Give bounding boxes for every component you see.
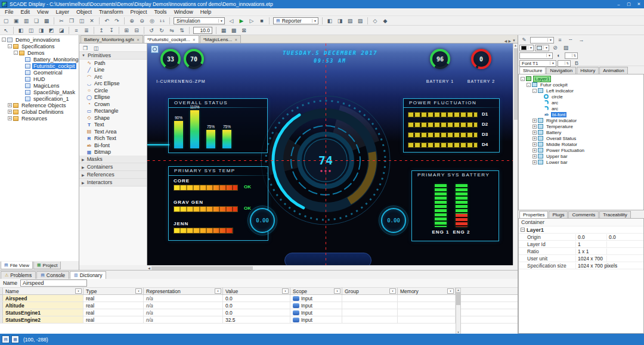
grid-icon[interactable]: ◧	[325, 17, 335, 25]
file-tree-item[interactable]: + Reference Objects	[0, 102, 79, 108]
expand-toggle-icon[interactable]: +	[8, 110, 12, 114]
flip-horizontal-icon[interactable]: ⇋	[167, 26, 177, 35]
expand-toggle-icon[interactable]: +	[532, 119, 537, 123]
expand-toggle-icon[interactable]: +	[532, 125, 537, 129]
menu-item[interactable]: Layer	[52, 8, 73, 15]
file-tree-item[interactable]: specification_1	[0, 95, 79, 102]
tab-traceability[interactable]: Traceability	[599, 211, 631, 218]
tab-scroll-left-icon[interactable]: ◀	[504, 39, 507, 43]
palette-item[interactable]: Rectangle	[79, 108, 147, 115]
expand-toggle-icon[interactable]: +	[8, 103, 12, 107]
expand-toggle-icon[interactable]: +	[8, 116, 12, 120]
filter-icon[interactable]: ▼	[282, 288, 289, 294]
filter-icon[interactable]: ▼	[334, 288, 340, 294]
paste-icon[interactable]: ◫	[77, 17, 86, 25]
tab-file-view[interactable]: ▤ File View	[1, 262, 33, 269]
magnet-icon[interactable]: ◆	[380, 17, 390, 25]
guides-icon[interactable]: ◨	[335, 17, 345, 25]
distribute-vertical-icon[interactable]: ≣	[82, 26, 91, 35]
canvas-magnifier-icon[interactable]	[151, 45, 159, 53]
structure-tree-item[interactable]: arc	[519, 105, 643, 111]
cut-icon[interactable]: ✂	[57, 17, 66, 25]
scroll-up-icon[interactable]: ▲	[514, 43, 517, 47]
filter-icon[interactable]: ▼	[389, 288, 396, 294]
distribute-horizontal-icon[interactable]: ≡	[72, 26, 81, 35]
ungroup-icon[interactable]: ⊟	[132, 26, 141, 35]
line-color-swatch[interactable]: ▼	[519, 45, 534, 51]
palette-item[interactable]: Bitmap	[79, 149, 147, 156]
column-header[interactable]: Type ▼	[83, 288, 144, 294]
scrollbar-thumb[interactable]	[514, 48, 518, 120]
menu-item[interactable]: File	[1, 8, 17, 15]
file-tree-item[interactable]: MagicLens	[0, 82, 79, 89]
filter-icon[interactable]: ▼	[215, 288, 221, 294]
column-header[interactable]: Name ▼	[3, 288, 83, 294]
column-header[interactable]: Value ▼	[223, 288, 290, 294]
file-tree-item[interactable]: + Global Definitions	[0, 108, 79, 115]
power-fluctuation-panel[interactable]: POWER FLUCTUATION D1 D2	[403, 98, 500, 153]
tab-project[interactable]: ▦ Project	[33, 262, 61, 269]
sim-step-forward-icon[interactable]: ▷	[247, 17, 256, 25]
expand-toggle-icon[interactable]: +	[532, 154, 537, 158]
copy-icon[interactable]: ❐	[67, 17, 76, 25]
property-row[interactable]: Specification size 1024 x 700 pixels	[519, 262, 643, 269]
filter-icon[interactable]: ▼	[135, 288, 142, 294]
expand-toggle-icon[interactable]: +	[532, 136, 537, 141]
expand-toggle-icon[interactable]: -	[8, 44, 12, 48]
align-left-icon[interactable]: ◧	[16, 26, 26, 35]
no-fill-icon[interactable]: ⊘	[550, 43, 560, 52]
palette-item[interactable]: Arc Ellipse	[79, 80, 147, 88]
expand-toggle-icon[interactable]: -	[521, 77, 525, 81]
column-header[interactable]: Representation ▼	[144, 288, 223, 294]
column-header[interactable]: Group ▼	[342, 288, 398, 294]
file-tree-item[interactable]: - Demo_innovations	[0, 36, 79, 43]
table-row[interactable]: Airspeed real n/a 0.0 Input	[0, 295, 518, 302]
reporter-select[interactable]: ▤ Reporter ▼	[273, 17, 318, 24]
simulation-select[interactable]: Simulation ▼	[174, 17, 225, 24]
palette-item[interactable]: Circle	[79, 87, 147, 94]
structure-tree-item[interactable]: - Layer1	[519, 76, 643, 82]
new-file-icon[interactable]: ▢	[1, 17, 11, 25]
status-doc-icon[interactable]: ▤	[2, 335, 10, 343]
gauge-eng-zpm[interactable]: 70	[184, 49, 204, 69]
fill-color-swatch[interactable]: ▼	[535, 45, 549, 51]
lock-icon[interactable]: ⊠	[239, 26, 249, 35]
tab-scroll-right-icon[interactable]: ▶	[508, 39, 511, 43]
select-tool-icon[interactable]: ↖	[1, 26, 11, 35]
delete-icon[interactable]: ✕	[87, 17, 97, 25]
bottom-pill-shape[interactable]	[284, 253, 371, 265]
file-tree-item[interactable]: Geometrical	[0, 69, 79, 76]
status-grid-icon[interactable]: ▦	[11, 335, 19, 343]
structure-tree-item[interactable]: + Upper bar	[519, 153, 643, 159]
menu-item[interactable]: Tools	[151, 8, 171, 15]
save-all-icon[interactable]: ❏	[32, 17, 41, 25]
tab-dictionary[interactable]: ▥ Dictionary	[70, 271, 106, 279]
gauge-i-current[interactable]: 33	[160, 49, 181, 69]
palette-item[interactable]: Line	[79, 67, 147, 74]
font-select[interactable]: Font T1▼	[519, 60, 556, 67]
menu-item[interactable]: Transform	[95, 8, 127, 15]
palette-item[interactable]: Text	[79, 122, 147, 129]
style-select[interactable]: ▼	[530, 37, 554, 43]
expand-toggle-icon[interactable]: -	[532, 89, 537, 93]
zoom-actual-icon[interactable]: 1:1	[157, 17, 167, 25]
expand-toggle-icon[interactable]: +	[532, 148, 537, 153]
line-width-icon[interactable]: ≡	[555, 36, 565, 44]
close-button[interactable]: ✕	[634, 0, 644, 8]
structure-tree-item[interactable]: - Left indicator	[519, 88, 643, 94]
collapse-icon[interactable]: −	[521, 228, 525, 232]
align-top-icon[interactable]: ◩	[47, 26, 56, 35]
palette-section-interactors[interactable]: ▶ Interactors	[79, 179, 147, 187]
property-row[interactable]: Origin 0.0 0.0	[519, 234, 643, 241]
scroll-up-icon[interactable]: ▲	[457, 288, 460, 291]
file-tree-item[interactable]: + Resources	[0, 115, 79, 122]
align-center-icon[interactable]: ◫	[26, 26, 36, 35]
zoom-in-icon[interactable]: ⊕	[127, 17, 137, 25]
palette-item[interactable]: Arc	[79, 73, 147, 80]
palette-item[interactable]: Ellipse	[79, 94, 147, 101]
menu-item[interactable]: Help	[197, 8, 215, 15]
menu-item[interactable]: View	[33, 8, 52, 15]
tab-history[interactable]: History	[577, 67, 599, 74]
tab-list-icon[interactable]: ▼	[512, 39, 516, 43]
close-tab-icon[interactable]: ✕	[193, 38, 196, 42]
